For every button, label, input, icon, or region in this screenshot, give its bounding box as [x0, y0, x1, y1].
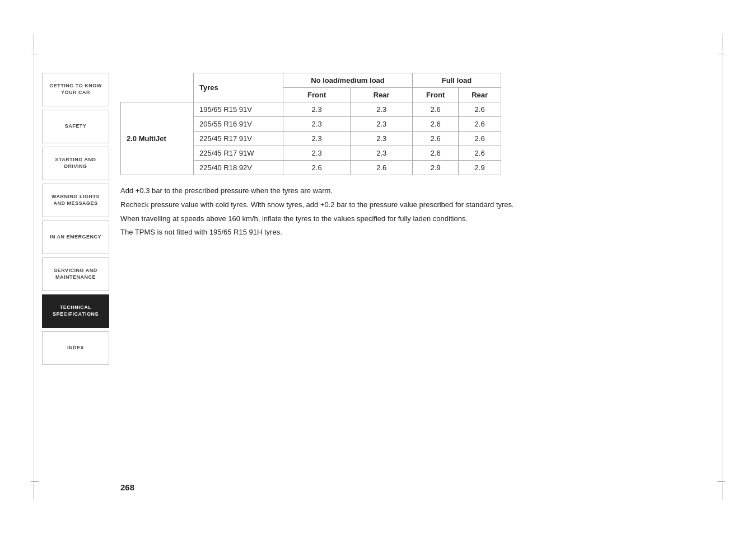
pressure-value: 2.9 — [413, 161, 459, 175]
sidebar-label-warning: WARNING LIGHTS AND MESSAGES — [52, 194, 100, 207]
sidebar-label-getting-to-know: GETTING TO KNOW YOUR CAR — [49, 83, 101, 96]
pressure-value: 2.3 — [283, 102, 351, 117]
pressure-value: 2.3 — [351, 146, 413, 161]
col-header-no-load: No load/medium load — [283, 73, 413, 88]
pressure-value: 2.6 — [413, 132, 459, 146]
sidebar-item-technical-specs[interactable]: TECHNICAL SPECIFICATIONS — [42, 294, 109, 328]
pressure-value: 2.3 — [351, 117, 413, 132]
col-header-nl-front: Front — [283, 88, 351, 102]
sidebar-label-emergency: IN AN EMERGENCY — [50, 234, 101, 241]
note-1: Add +0.3 bar to the prescribed pressure … — [120, 185, 557, 197]
sidebar-item-getting-to-know[interactable]: GETTING TO KNOW YOUR CAR — [42, 73, 109, 106]
tyre-size: 225/40 R18 92V — [194, 161, 283, 175]
table-row: 2.0 MultiJet195/65 R15 91V2.32.32.62.6 — [121, 102, 501, 117]
sidebar-item-index[interactable]: INDEX — [42, 331, 109, 365]
col-header-full-load: Full load — [413, 73, 501, 88]
dash-bl: — — [31, 476, 39, 485]
dash-tl: — — [31, 49, 39, 58]
table-header-row-1: Tyres No load/medium load Full load — [121, 73, 501, 88]
sidebar-item-warning-lights[interactable]: WARNING LIGHTS AND MESSAGES — [42, 184, 109, 217]
col-header-fl-front: Front — [413, 88, 459, 102]
note-3: When travelling at speeds above 160 km/h… — [120, 213, 557, 225]
model-label: 2.0 MultiJet — [121, 102, 194, 175]
pressure-value: 2.6 — [351, 161, 413, 175]
page-number: 268 — [120, 483, 134, 492]
sidebar-item-servicing[interactable]: SERVICING AND MAINTENANCE — [42, 257, 109, 291]
col-header-tyres: Tyres — [194, 73, 283, 102]
pressure-value: 2.6 — [413, 102, 459, 117]
pressure-value: 2.3 — [283, 132, 351, 146]
tyre-size: 225/45 R17 91W — [194, 146, 283, 161]
tyre-size: 195/65 R15 91V — [194, 102, 283, 117]
sidebar-item-safety[interactable]: SAFETY — [42, 110, 109, 143]
tyre-pressure-table: Tyres No load/medium load Full load Fron… — [120, 73, 501, 175]
pressure-value: 2.6 — [459, 102, 501, 117]
tyre-size: 225/45 R17 91V — [194, 132, 283, 146]
sidebar: GETTING TO KNOW YOUR CAR SAFETY STARTING… — [42, 73, 109, 368]
col-header-fl-rear: Rear — [459, 88, 501, 102]
sidebar-label-safety: SAFETY — [65, 123, 87, 130]
sidebar-label-starting: STARTING AND DRIVING — [55, 157, 96, 170]
pressure-value: 2.6 — [413, 117, 459, 132]
pressure-value: 2.3 — [283, 117, 351, 132]
pressure-value: 2.6 — [459, 146, 501, 161]
pressure-value: 2.9 — [459, 161, 501, 175]
note-2: Recheck pressure value with cold tyres. … — [120, 199, 557, 211]
sidebar-label-index: INDEX — [67, 345, 84, 352]
sidebar-label-servicing: SERVICING AND MAINTENANCE — [54, 268, 97, 280]
pressure-value: 2.3 — [351, 132, 413, 146]
dash-br: — — [717, 476, 725, 485]
col-header-nl-rear: Rear — [351, 88, 413, 102]
pressure-value: 2.6 — [459, 132, 501, 146]
sidebar-item-in-an-emergency[interactable]: IN AN EMERGENCY — [42, 221, 109, 254]
tyre-size: 205/55 R16 91V — [194, 117, 283, 132]
sidebar-label-technical: TECHNICAL SPECIFICATIONS — [53, 305, 99, 317]
dash-tr: — — [717, 49, 725, 58]
notes-section: Add +0.3 bar to the prescribed pressure … — [120, 185, 557, 238]
pressure-value: 2.3 — [283, 146, 351, 161]
sidebar-item-starting-and-driving[interactable]: STARTING AND DRIVING — [42, 147, 109, 180]
pressure-value: 2.6 — [283, 161, 351, 175]
note-4: The TPMS is not fitted with 195/65 R15 9… — [120, 227, 557, 238]
pressure-value: 2.6 — [459, 117, 501, 132]
pressure-value: 2.6 — [413, 146, 459, 161]
pressure-value: 2.3 — [351, 102, 413, 117]
main-content: Tyres No load/medium load Full load Fron… — [120, 73, 711, 241]
